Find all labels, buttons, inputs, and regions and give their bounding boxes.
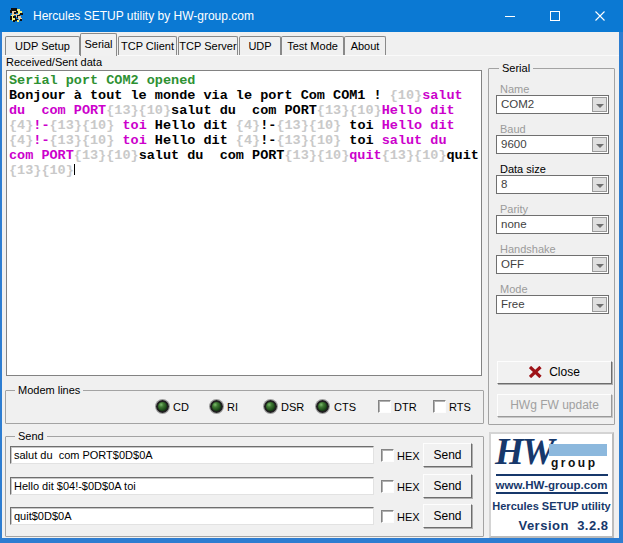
mode-value: Free [501,296,525,313]
cts-label: CTS [334,401,356,413]
ri-label: RI [227,401,238,413]
tab-serial[interactable]: Serial [80,33,117,56]
tab-tcp-client[interactable]: TCP Client [118,36,177,56]
close-button-label: Close [549,365,580,379]
hw-logo-text: HW [495,430,553,473]
send-button-2[interactable]: Send [423,474,472,498]
send-input-3[interactable] [10,507,374,525]
ri-led [210,400,223,413]
cd-led [156,400,169,413]
parity-value: none [501,216,527,233]
send-group-title: Send [15,430,47,442]
data-size-label: Data size [500,163,546,175]
hex-checkbox-1[interactable] [381,449,394,462]
handshake-label: Handshake [500,243,556,255]
cts-led [316,400,329,413]
terminal-line: du com PORT{13}{10}salut du com PORT{13}… [9,103,481,118]
close-button[interactable]: Close [497,361,612,384]
received-data-terminal[interactable]: Serial port COM2 openedBonjour à tout le… [6,70,482,376]
rts-checkbox[interactable] [433,400,446,413]
hex-label-2: HEX [397,481,420,493]
tab-test-mode[interactable]: Test Mode [281,36,344,56]
hw-logo-group-text: group [551,456,598,470]
name-value: COM2 [501,96,534,113]
terminal-line: Bonjour à tout le monde via le port Com … [9,88,481,103]
terminal-line: {13}{10} [9,163,481,178]
parity-combo-dropdown-icon[interactable] [592,217,607,232]
terminal-line: com PORT{13}{10}salut du com PORT{13}{10… [9,148,481,163]
hw-group-logo-panel: HW group www.HW-group.com Hercules SETUP… [489,432,614,538]
logo-divider-bottom [496,492,608,494]
hex-checkbox-2[interactable] [381,480,394,493]
handshake-combo-dropdown-icon[interactable] [592,257,607,272]
rts-label: RTS [449,401,471,413]
terminal-line: Serial port COM2 opened [9,73,481,88]
website-link[interactable]: www.HW-group.com [491,479,612,491]
app-name-label: Hercules SETUP utility [491,500,612,512]
data-size-combo[interactable]: 8 [496,175,609,194]
tab-udp[interactable]: UDP [239,36,281,56]
modem-lines-title: Modem lines [15,384,83,396]
name-combo[interactable]: COM2 [496,95,609,114]
serial-group-title: Serial [499,62,533,74]
hex-checkbox-3[interactable] [381,510,394,523]
handshake-value: OFF [501,256,524,273]
received-sent-data-label: Received/Sent data [6,56,102,68]
hw-logo-blue-rect [549,444,607,456]
close-x-icon [529,366,542,378]
dtr-label: DTR [394,401,417,413]
cd-label: CD [173,401,189,413]
hwg-fw-update-button[interactable]: HWg FW update [497,394,612,417]
app-icon [8,7,25,24]
close-window-button[interactable] [578,0,623,32]
mode-combo[interactable]: Free [496,295,609,314]
mode-label: Mode [500,283,528,295]
baud-combo[interactable]: 9600 [496,135,609,154]
version-label: Version 3.2.8 [503,518,623,533]
tab-about[interactable]: About [344,36,386,56]
handshake-combo[interactable]: OFF [496,255,609,274]
window-title: Hercules SETUP utility by HW-group.com [33,0,254,32]
logo-divider-top [496,474,608,476]
tab-udp-setup[interactable]: UDP Setup [5,36,80,56]
terminal-line: {4}!-{13}{10} toi Hello dit {4}!-{13}{10… [9,133,481,148]
name-combo-dropdown-icon[interactable] [592,97,607,112]
baud-combo-dropdown-icon[interactable] [592,137,607,152]
send-input-2[interactable] [10,477,374,495]
baud-label: Baud [500,123,526,135]
dtr-checkbox[interactable] [378,400,391,413]
tab-tcp-server[interactable]: TCP Server [178,36,238,56]
send-button-1[interactable]: Send [423,443,472,467]
baud-value: 9600 [501,136,527,153]
hex-label-1: HEX [397,450,420,462]
data-size-value: 8 [501,176,507,193]
terminal-line: {4}!-{13}{10} toi Hello dit {4}!-{13}{10… [9,118,481,133]
mode-combo-dropdown-icon[interactable] [592,297,607,312]
dsr-led [264,400,277,413]
dsr-label: DSR [281,401,304,413]
text-caret [74,164,75,175]
send-button-3[interactable]: Send [423,504,472,528]
name-label: Name [500,83,529,95]
title-bar: Hercules SETUP utility by HW-group.com [0,0,623,32]
minimize-button[interactable] [488,0,533,32]
parity-combo[interactable]: none [496,215,609,234]
maximize-button[interactable] [533,0,578,32]
send-input-1[interactable] [10,446,374,464]
hex-label-3: HEX [397,511,420,523]
data-size-combo-dropdown-icon[interactable] [592,177,607,192]
app-window: Hercules SETUP utility by HW-group.com U… [0,0,623,543]
parity-label: Parity [500,203,528,215]
